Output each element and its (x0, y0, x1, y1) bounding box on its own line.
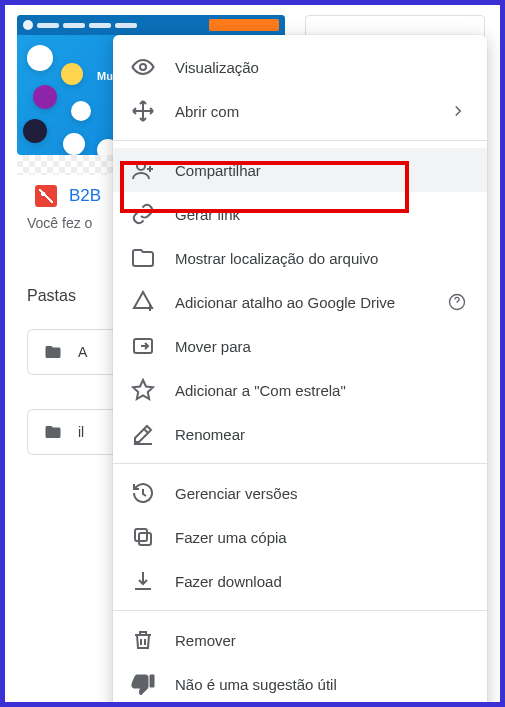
svg-rect-5 (135, 529, 147, 541)
menu-label: Mostrar localização do arquivo (175, 250, 467, 267)
menu-item-share[interactable]: Compartilhar (113, 148, 487, 192)
menu-item-get-link[interactable]: Gerar link (113, 192, 487, 236)
copy-icon (131, 525, 155, 549)
context-menu: Visualização Abrir com Compartilhar Gera… (113, 35, 487, 707)
menu-label: Adicionar atalho ao Google Drive (175, 294, 427, 311)
folder-icon (42, 423, 64, 441)
menu-label: Fazer download (175, 573, 467, 590)
menu-label: Não é uma sugestão útil (175, 676, 467, 693)
rename-icon (131, 422, 155, 446)
menu-item-remove[interactable]: Remover (113, 618, 487, 662)
folder-icon (131, 246, 155, 270)
file-title: B2B (69, 186, 101, 206)
file-subtitle: Você fez o (27, 215, 92, 231)
menu-item-download[interactable]: Fazer download (113, 559, 487, 603)
svg-point-1 (137, 162, 145, 170)
folder-label: A (78, 344, 87, 360)
section-folders-label: Pastas (27, 287, 76, 305)
move-icon (131, 99, 155, 123)
chevron-right-icon (449, 102, 467, 120)
menu-label: Mover para (175, 338, 467, 355)
versions-icon (131, 481, 155, 505)
menu-item-show-location[interactable]: Mostrar localização do arquivo (113, 236, 487, 280)
svg-point-0 (140, 64, 146, 70)
menu-label: Gerar link (175, 206, 467, 223)
link-icon (131, 202, 155, 226)
folder-label: il (78, 424, 84, 440)
menu-label: Gerenciar versões (175, 485, 467, 502)
menu-label: Adicionar a "Com estrela" (175, 382, 467, 399)
svg-rect-4 (139, 533, 151, 545)
star-icon (131, 378, 155, 402)
menu-item-open-with[interactable]: Abrir com (113, 89, 487, 133)
eye-icon (131, 55, 155, 79)
menu-item-star[interactable]: Adicionar a "Com estrela" (113, 368, 487, 412)
help-icon[interactable] (447, 292, 467, 312)
menu-item-preview[interactable]: Visualização (113, 45, 487, 89)
drive-add-icon (131, 290, 155, 314)
download-icon (131, 569, 155, 593)
menu-separator (113, 463, 487, 464)
trash-icon (131, 628, 155, 652)
menu-item-move-to[interactable]: Mover para (113, 324, 487, 368)
menu-item-rename[interactable]: Renomear (113, 412, 487, 456)
image-file-icon (35, 185, 57, 207)
folder-icon (42, 343, 64, 361)
person-add-icon (131, 158, 155, 182)
menu-label: Visualização (175, 59, 467, 76)
menu-label: Abrir com (175, 103, 429, 120)
menu-item-versions[interactable]: Gerenciar versões (113, 471, 487, 515)
menu-label: Remover (175, 632, 467, 649)
menu-separator (113, 140, 487, 141)
menu-label: Compartilhar (175, 162, 467, 179)
menu-separator (113, 610, 487, 611)
menu-label: Renomear (175, 426, 467, 443)
file-title-row[interactable]: B2B (35, 185, 101, 207)
menu-item-not-useful[interactable]: Não é uma sugestão útil (113, 662, 487, 706)
thumb-down-icon (131, 672, 155, 696)
move-to-icon (131, 334, 155, 358)
menu-item-copy[interactable]: Fazer uma cópia (113, 515, 487, 559)
menu-label: Fazer uma cópia (175, 529, 467, 546)
menu-item-add-shortcut[interactable]: Adicionar atalho ao Google Drive (113, 280, 487, 324)
